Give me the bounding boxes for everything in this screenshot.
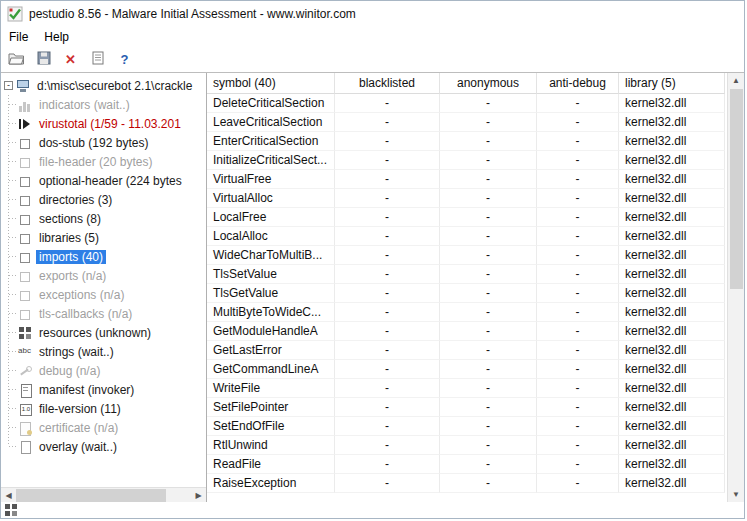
symbol-cell: GetModuleHandleA — [207, 322, 335, 341]
tree-item-label: indicators (wait..) — [36, 98, 133, 112]
table-row[interactable]: VirtualAlloc---kernel32.dll — [207, 189, 727, 208]
value-cell: - — [440, 132, 537, 151]
value-cell: - — [335, 132, 440, 151]
value-cell: - — [537, 341, 619, 360]
tree-item-directories[interactable]: directories (3) — [1, 190, 206, 209]
tree-item-strings[interactable]: strings (wait..) — [1, 342, 206, 361]
tree-item-label: overlay (wait..) — [36, 440, 120, 454]
debug-icon — [18, 364, 33, 378]
tree-item-dos-stub[interactable]: dos-stub (192 bytes) — [1, 133, 206, 152]
table-row[interactable]: InitializeCriticalSect...---kernel32.dll — [207, 151, 727, 170]
tree-item-libraries[interactable]: libraries (5) — [1, 228, 206, 247]
table-row[interactable]: LocalAlloc---kernel32.dll — [207, 227, 727, 246]
computer-icon — [16, 79, 31, 93]
tree-item-exports[interactable]: exports (n/a) — [1, 266, 206, 285]
tree-item-exceptions[interactable]: exceptions (n/a) — [1, 285, 206, 304]
horizontal-scrollbar-thumb[interactable] — [16, 489, 166, 502]
tree-item-file-version[interactable]: file-version (11) — [1, 399, 206, 418]
tree-item-debug[interactable]: debug (n/a) — [1, 361, 206, 380]
table-row[interactable]: RtlUnwind---kernel32.dll — [207, 436, 727, 455]
scroll-left-icon[interactable]: ◀ — [1, 488, 16, 503]
table-row[interactable]: MultiByteToWideC...---kernel32.dll — [207, 303, 727, 322]
tree-item-overlay[interactable]: overlay (wait..) — [1, 437, 206, 456]
version-icon — [18, 402, 33, 416]
grip-grid-icon — [4, 503, 19, 517]
horizontal-scrollbar[interactable]: ◀ ▶ — [1, 487, 206, 502]
tree-item-resources[interactable]: resources (unknown) — [1, 323, 206, 342]
symbol-cell: SetFilePointer — [207, 398, 335, 417]
tree-item-optional-header[interactable]: optional-header (224 bytes — [1, 171, 206, 190]
table-row[interactable]: GetModuleHandleA---kernel32.dll — [207, 322, 727, 341]
table-row[interactable]: TlsSetValue---kernel32.dll — [207, 265, 727, 284]
save-button[interactable] — [33, 49, 54, 70]
tree-item-imports[interactable]: imports (40) — [1, 247, 206, 266]
tree-item-file-header[interactable]: file-header (20 bytes) — [1, 152, 206, 171]
manifest-icon — [18, 383, 33, 397]
report-button[interactable] — [87, 49, 108, 70]
value-cell: - — [335, 265, 440, 284]
table-row[interactable]: LocalFree---kernel32.dll — [207, 208, 727, 227]
value-cell: - — [537, 322, 619, 341]
table-row[interactable]: WideCharToMultiB...---kernel32.dll — [207, 246, 727, 265]
scroll-down-icon[interactable]: ▼ — [729, 487, 744, 502]
table-row[interactable]: SetEndOfFile---kernel32.dll — [207, 417, 727, 436]
table-row[interactable]: TlsGetValue---kernel32.dll — [207, 284, 727, 303]
help-button[interactable]: ? — [114, 49, 135, 70]
tree-item-certificate[interactable]: certificate (n/a) — [1, 418, 206, 437]
library-cell: kernel32.dll — [619, 341, 725, 360]
scroll-right-icon[interactable]: ▶ — [191, 488, 206, 503]
symbol-cell: LocalFree — [207, 208, 335, 227]
table-row[interactable]: ReadFile---kernel32.dll — [207, 455, 727, 474]
tree-item-label: exceptions (n/a) — [36, 288, 127, 302]
table-row[interactable]: EnterCriticalSection---kernel32.dll — [207, 132, 727, 151]
value-cell: - — [335, 94, 440, 113]
value-cell: - — [537, 265, 619, 284]
table-row[interactable]: VirtualFree---kernel32.dll — [207, 170, 727, 189]
open-file-button[interactable] — [6, 49, 27, 70]
menu-help[interactable]: Help — [36, 28, 77, 46]
symbol-cell: LeaveCriticalSection — [207, 113, 335, 132]
title-bar: pestudio 8.56 - Malware Initial Assessme… — [1, 1, 744, 27]
table-row[interactable]: WriteFile---kernel32.dll — [207, 379, 727, 398]
value-cell: - — [335, 360, 440, 379]
tree-item-manifest[interactable]: manifest (invoker) — [1, 380, 206, 399]
table-row[interactable]: GetLastError---kernel32.dll — [207, 341, 727, 360]
tree-collapse-icon[interactable]: - — [4, 81, 13, 90]
menu-file[interactable]: File — [1, 28, 36, 46]
tree-item-label: virustotal (1/59 - 11.03.201 — [36, 117, 184, 131]
column-header-anonymous[interactable]: anonymous — [440, 73, 537, 94]
library-cell: kernel32.dll — [619, 189, 725, 208]
table-body: DeleteCriticalSection---kernel32.dllLeav… — [207, 94, 727, 493]
symbol-cell: VirtualAlloc — [207, 189, 335, 208]
column-header-anti-debug[interactable]: anti-debug — [537, 73, 619, 94]
column-header-library[interactable]: library (5) — [619, 73, 725, 94]
library-cell: kernel32.dll — [619, 455, 725, 474]
table-row[interactable]: LeaveCriticalSection---kernel32.dll — [207, 113, 727, 132]
column-header-symbol[interactable]: symbol (40) — [207, 73, 335, 94]
table-row[interactable]: GetCommandLineA---kernel32.dll — [207, 360, 727, 379]
remove-button[interactable]: ✕ — [60, 49, 81, 70]
column-header-blacklisted[interactable]: blacklisted — [335, 73, 440, 94]
value-cell: - — [537, 132, 619, 151]
vertical-scrollbar[interactable]: ▲ ▼ — [727, 73, 744, 502]
value-cell: - — [537, 284, 619, 303]
table-row[interactable]: DeleteCriticalSection---kernel32.dll — [207, 94, 727, 113]
tree-item-virustotal[interactable]: virustotal (1/59 - 11.03.201 — [1, 114, 206, 133]
tree-root[interactable]: - d:\misc\securebot 2.1\crackle — [1, 76, 206, 95]
table-row[interactable]: RaiseException---kernel32.dll — [207, 474, 727, 493]
window-title: pestudio 8.56 - Malware Initial Assessme… — [29, 7, 356, 21]
symbol-cell: MultiByteToWideC... — [207, 303, 335, 322]
table-row[interactable]: SetFilePointer---kernel32.dll — [207, 398, 727, 417]
vertical-scrollbar-thumb[interactable] — [730, 89, 743, 289]
library-cell: kernel32.dll — [619, 417, 725, 436]
tree-item-sections[interactable]: sections (8) — [1, 209, 206, 228]
tree-item-indicators[interactable]: indicators (wait..) — [1, 95, 206, 114]
value-cell: - — [335, 208, 440, 227]
symbol-cell: EnterCriticalSection — [207, 132, 335, 151]
value-cell: - — [335, 246, 440, 265]
value-cell: - — [440, 284, 537, 303]
tree-item-tls-callbacks[interactable]: tls-callbacks (n/a) — [1, 304, 206, 323]
tree-item-label: file-header (20 bytes) — [36, 155, 155, 169]
scroll-up-icon[interactable]: ▲ — [729, 73, 744, 88]
imports-table: symbol (40)blacklistedanonymousanti-debu… — [207, 73, 727, 502]
